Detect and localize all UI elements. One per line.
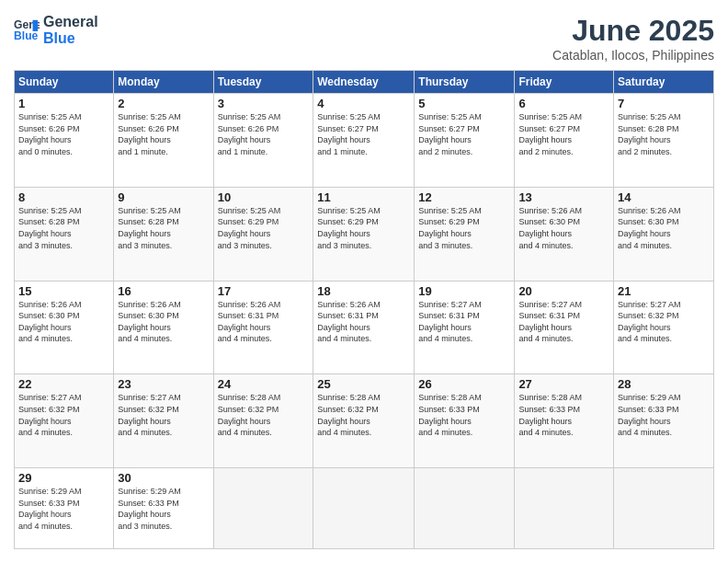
day-number: 26 bbox=[418, 377, 510, 391]
svg-text:Blue: Blue bbox=[14, 29, 39, 42]
calendar-cell: 28Sunrise: 5:29 AMSunset: 6:33 PMDayligh… bbox=[614, 374, 714, 468]
day-number: 30 bbox=[118, 471, 209, 485]
calendar-cell bbox=[614, 468, 714, 549]
day-info: Sunrise: 5:25 AMSunset: 6:28 PMDaylight … bbox=[18, 205, 109, 251]
day-info: Sunrise: 5:26 AMSunset: 6:30 PMDaylight … bbox=[118, 299, 209, 345]
calendar-cell: 14Sunrise: 5:26 AMSunset: 6:30 PMDayligh… bbox=[614, 187, 714, 281]
calendar-cell: 16Sunrise: 5:26 AMSunset: 6:30 PMDayligh… bbox=[114, 281, 213, 374]
day-number: 17 bbox=[218, 284, 310, 298]
calendar-cell: 7Sunrise: 5:25 AMSunset: 6:28 PMDaylight… bbox=[614, 94, 714, 188]
calendar-body: 1Sunrise: 5:25 AMSunset: 6:26 PMDaylight… bbox=[15, 94, 714, 549]
calendar-table: SundayMondayTuesdayWednesdayThursdayFrid… bbox=[14, 70, 714, 549]
logo: General Blue General Blue bbox=[14, 14, 98, 46]
day-info: Sunrise: 5:25 AMSunset: 6:26 PMDaylight … bbox=[18, 111, 109, 157]
calendar-cell: 6Sunrise: 5:25 AMSunset: 6:27 PMDaylight… bbox=[515, 94, 614, 188]
day-info: Sunrise: 5:25 AMSunset: 6:27 PMDaylight … bbox=[518, 111, 609, 157]
day-number: 7 bbox=[618, 97, 710, 110]
day-number: 6 bbox=[518, 97, 609, 110]
calendar-cell: 18Sunrise: 5:26 AMSunset: 6:31 PMDayligh… bbox=[313, 281, 415, 374]
calendar-week-4: 22Sunrise: 5:27 AMSunset: 6:32 PMDayligh… bbox=[15, 374, 714, 468]
day-header-monday: Monday bbox=[114, 71, 213, 94]
day-info: Sunrise: 5:27 AMSunset: 6:32 PMDaylight … bbox=[118, 392, 209, 438]
calendar-cell: 21Sunrise: 5:27 AMSunset: 6:32 PMDayligh… bbox=[614, 281, 714, 374]
day-info: Sunrise: 5:26 AMSunset: 6:31 PMDaylight … bbox=[317, 299, 410, 345]
day-number: 10 bbox=[218, 190, 310, 204]
day-number: 12 bbox=[418, 190, 510, 204]
day-info: Sunrise: 5:27 AMSunset: 6:31 PMDaylight … bbox=[518, 299, 609, 345]
day-number: 29 bbox=[18, 471, 109, 485]
month-title: June 2025 bbox=[552, 14, 714, 48]
day-info: Sunrise: 5:27 AMSunset: 6:32 PMDaylight … bbox=[618, 299, 710, 345]
day-number: 5 bbox=[418, 97, 510, 110]
day-number: 21 bbox=[618, 284, 710, 298]
calendar-cell: 5Sunrise: 5:25 AMSunset: 6:27 PMDaylight… bbox=[415, 94, 515, 188]
calendar-cell: 2Sunrise: 5:25 AMSunset: 6:26 PMDaylight… bbox=[114, 94, 213, 188]
day-info: Sunrise: 5:27 AMSunset: 6:31 PMDaylight … bbox=[418, 299, 510, 345]
logo-icon: General Blue bbox=[14, 17, 40, 43]
day-header-wednesday: Wednesday bbox=[313, 71, 415, 94]
calendar-cell: 11Sunrise: 5:25 AMSunset: 6:29 PMDayligh… bbox=[313, 187, 415, 281]
day-info: Sunrise: 5:25 AMSunset: 6:26 PMDaylight … bbox=[218, 111, 310, 157]
day-number: 22 bbox=[18, 377, 109, 391]
day-info: Sunrise: 5:29 AMSunset: 6:33 PMDaylight … bbox=[118, 486, 209, 532]
day-number: 23 bbox=[118, 377, 209, 391]
day-info: Sunrise: 5:25 AMSunset: 6:27 PMDaylight … bbox=[418, 111, 510, 157]
calendar-cell: 10Sunrise: 5:25 AMSunset: 6:29 PMDayligh… bbox=[213, 187, 313, 281]
calendar-cell: 26Sunrise: 5:28 AMSunset: 6:33 PMDayligh… bbox=[415, 374, 515, 468]
day-info: Sunrise: 5:29 AMSunset: 6:33 PMDaylight … bbox=[618, 392, 710, 438]
calendar-cell: 22Sunrise: 5:27 AMSunset: 6:32 PMDayligh… bbox=[15, 374, 114, 468]
calendar-cell: 13Sunrise: 5:26 AMSunset: 6:30 PMDayligh… bbox=[515, 187, 614, 281]
calendar-cell: 1Sunrise: 5:25 AMSunset: 6:26 PMDaylight… bbox=[15, 94, 114, 188]
calendar-cell: 4Sunrise: 5:25 AMSunset: 6:27 PMDaylight… bbox=[313, 94, 415, 188]
day-info: Sunrise: 5:25 AMSunset: 6:29 PMDaylight … bbox=[218, 205, 310, 251]
title-block: June 2025 Catablan, Ilocos, Philippines bbox=[552, 14, 714, 63]
logo-general: General bbox=[43, 14, 98, 30]
day-number: 28 bbox=[618, 377, 710, 391]
calendar-cell bbox=[213, 468, 313, 549]
calendar-week-5: 29Sunrise: 5:29 AMSunset: 6:33 PMDayligh… bbox=[15, 468, 714, 549]
calendar-cell: 3Sunrise: 5:25 AMSunset: 6:26 PMDaylight… bbox=[213, 94, 313, 188]
calendar-cell bbox=[515, 468, 614, 549]
day-number: 3 bbox=[218, 97, 310, 110]
day-number: 13 bbox=[518, 190, 609, 204]
calendar-cell: 20Sunrise: 5:27 AMSunset: 6:31 PMDayligh… bbox=[515, 281, 614, 374]
calendar-week-3: 15Sunrise: 5:26 AMSunset: 6:30 PMDayligh… bbox=[15, 281, 714, 374]
day-number: 19 bbox=[418, 284, 510, 298]
day-info: Sunrise: 5:29 AMSunset: 6:33 PMDaylight … bbox=[18, 486, 109, 532]
calendar-cell: 12Sunrise: 5:25 AMSunset: 6:29 PMDayligh… bbox=[415, 187, 515, 281]
day-number: 9 bbox=[118, 190, 209, 204]
day-number: 8 bbox=[18, 190, 109, 204]
calendar-cell: 25Sunrise: 5:28 AMSunset: 6:32 PMDayligh… bbox=[313, 374, 415, 468]
calendar-cell: 24Sunrise: 5:28 AMSunset: 6:32 PMDayligh… bbox=[213, 374, 313, 468]
day-number: 4 bbox=[317, 97, 410, 110]
day-info: Sunrise: 5:26 AMSunset: 6:31 PMDaylight … bbox=[218, 299, 310, 345]
calendar-cell: 9Sunrise: 5:25 AMSunset: 6:28 PMDaylight… bbox=[114, 187, 213, 281]
day-header-saturday: Saturday bbox=[614, 71, 714, 94]
day-header-tuesday: Tuesday bbox=[213, 71, 313, 94]
day-number: 2 bbox=[118, 97, 209, 110]
day-number: 20 bbox=[518, 284, 609, 298]
day-number: 16 bbox=[118, 284, 209, 298]
calendar-cell bbox=[313, 468, 415, 549]
day-number: 25 bbox=[317, 377, 410, 391]
calendar-cell: 19Sunrise: 5:27 AMSunset: 6:31 PMDayligh… bbox=[415, 281, 515, 374]
header: General Blue General Blue June 2025 Cata… bbox=[14, 14, 714, 63]
calendar-cell bbox=[415, 468, 515, 549]
day-info: Sunrise: 5:25 AMSunset: 6:27 PMDaylight … bbox=[317, 111, 410, 157]
day-info: Sunrise: 5:28 AMSunset: 6:33 PMDaylight … bbox=[418, 392, 510, 438]
day-info: Sunrise: 5:27 AMSunset: 6:32 PMDaylight … bbox=[18, 392, 109, 438]
day-info: Sunrise: 5:26 AMSunset: 6:30 PMDaylight … bbox=[618, 205, 710, 251]
location: Catablan, Ilocos, Philippines bbox=[552, 48, 714, 63]
day-info: Sunrise: 5:25 AMSunset: 6:28 PMDaylight … bbox=[618, 111, 710, 157]
svg-marker-2 bbox=[33, 19, 39, 30]
day-info: Sunrise: 5:26 AMSunset: 6:30 PMDaylight … bbox=[518, 205, 609, 251]
calendar-cell: 17Sunrise: 5:26 AMSunset: 6:31 PMDayligh… bbox=[213, 281, 313, 374]
day-number: 11 bbox=[317, 190, 410, 204]
day-info: Sunrise: 5:28 AMSunset: 6:32 PMDaylight … bbox=[218, 392, 310, 438]
day-header-thursday: Thursday bbox=[415, 71, 515, 94]
day-info: Sunrise: 5:25 AMSunset: 6:29 PMDaylight … bbox=[317, 205, 410, 251]
calendar-header-row: SundayMondayTuesdayWednesdayThursdayFrid… bbox=[15, 71, 714, 94]
calendar-week-2: 8Sunrise: 5:25 AMSunset: 6:28 PMDaylight… bbox=[15, 187, 714, 281]
day-header-sunday: Sunday bbox=[15, 71, 114, 94]
day-number: 27 bbox=[518, 377, 609, 391]
